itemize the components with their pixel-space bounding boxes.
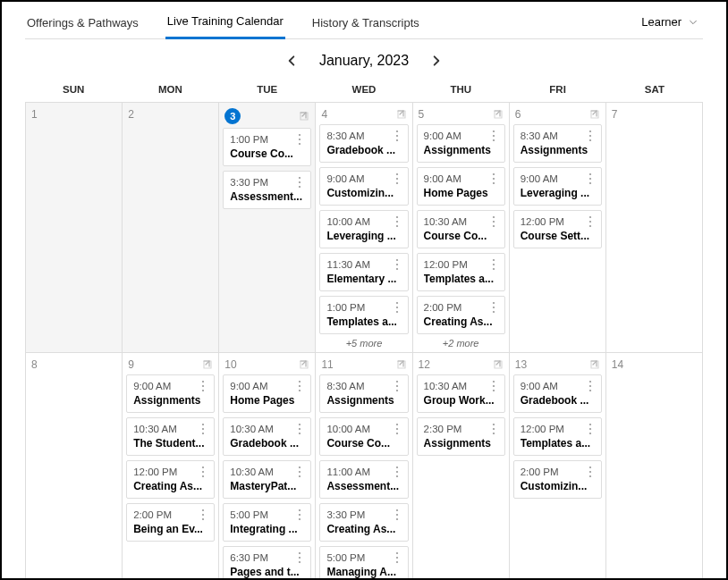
kebab-menu-icon[interactable] xyxy=(392,551,402,564)
tab-live-training-calendar[interactable]: Live Training Calendar xyxy=(165,14,285,39)
kebab-menu-icon[interactable] xyxy=(392,509,402,521)
kebab-menu-icon[interactable] xyxy=(294,466,305,478)
calendar-event[interactable]: 3:30 PMAssessment... xyxy=(223,171,311,209)
kebab-menu-icon[interactable] xyxy=(488,215,499,228)
more-events-link[interactable]: +2 more xyxy=(417,338,505,349)
calendar-event[interactable]: 1:00 PMCourse Co... xyxy=(223,128,311,166)
svg-point-87 xyxy=(493,381,495,382)
calendar-event[interactable]: 5:00 PMIntegrating ... xyxy=(223,503,311,542)
kebab-menu-icon[interactable] xyxy=(392,172,402,185)
calendar-event[interactable]: 10:30 AMCourse Co... xyxy=(417,210,505,248)
calendar-event[interactable]: 12:00 PMCourse Sett... xyxy=(513,210,602,248)
svg-point-83 xyxy=(395,518,397,520)
kebab-menu-icon[interactable] xyxy=(488,423,499,435)
day-detail-icon[interactable] xyxy=(493,359,504,370)
calendar-event[interactable]: 6:30 PMPages and t... xyxy=(223,546,311,580)
calendar-event[interactable]: 12:00 PMCreating As... xyxy=(126,460,215,499)
tab-history-transcripts[interactable]: History & Transcripts xyxy=(310,16,421,38)
kebab-menu-icon[interactable] xyxy=(488,301,499,314)
calendar-event[interactable]: 9:00 AMHome Pages xyxy=(417,167,505,206)
day-detail-icon[interactable] xyxy=(396,359,407,370)
tab-offerings[interactable]: Offerings & Pathways xyxy=(25,16,140,38)
kebab-menu-icon[interactable] xyxy=(392,130,402,142)
svg-point-9 xyxy=(395,173,397,175)
event-name: Gradebook ... xyxy=(326,144,402,156)
calendar-event[interactable]: 2:00 PMCreating As... xyxy=(417,296,505,334)
calendar-event[interactable]: 12:00 PMTemplates a... xyxy=(513,417,602,456)
kebab-menu-icon[interactable] xyxy=(585,130,596,142)
kebab-menu-icon[interactable] xyxy=(294,133,305,146)
day-detail-icon[interactable] xyxy=(589,359,600,370)
kebab-menu-icon[interactable] xyxy=(392,423,402,435)
kebab-menu-icon[interactable] xyxy=(392,215,402,228)
calendar-event[interactable]: 9:00 AMCustomizin... xyxy=(319,167,408,206)
day-number: 14 xyxy=(612,358,623,371)
kebab-menu-icon[interactable] xyxy=(198,509,208,521)
calendar-event[interactable]: 8:30 AMGradebook ... xyxy=(319,124,408,163)
next-month-button[interactable] xyxy=(428,53,444,69)
day-detail-icon[interactable] xyxy=(202,359,213,370)
day-detail-icon[interactable] xyxy=(493,109,504,120)
kebab-menu-icon[interactable] xyxy=(294,509,305,521)
calendar-event[interactable]: 2:00 PMBeing an Ev... xyxy=(126,503,215,542)
calendar-event[interactable]: 10:30 AMMasteryPat... xyxy=(223,460,311,499)
calendar-event[interactable]: 10:30 AMGradebook ... xyxy=(223,417,311,456)
calendar-event[interactable]: 10:30 AMThe Student... xyxy=(126,417,215,456)
kebab-menu-icon[interactable] xyxy=(488,130,499,142)
kebab-menu-icon[interactable] xyxy=(294,423,305,435)
event-name: Gradebook ... xyxy=(521,394,596,407)
calendar-event[interactable]: 11:30 AMElementary ... xyxy=(319,253,408,291)
prev-month-button[interactable] xyxy=(284,53,300,69)
calendar-event[interactable]: 9:00 AMHome Pages xyxy=(223,374,311,413)
kebab-menu-icon[interactable] xyxy=(294,176,305,189)
kebab-menu-icon[interactable] xyxy=(585,423,596,435)
day-detail-icon[interactable] xyxy=(396,109,407,120)
calendar-event[interactable]: 3:30 PMCreating As... xyxy=(319,503,408,542)
kebab-menu-icon[interactable] xyxy=(488,380,499,392)
more-events-link[interactable]: +5 more xyxy=(319,338,408,349)
kebab-menu-icon[interactable] xyxy=(488,172,499,185)
kebab-menu-icon[interactable] xyxy=(294,551,305,564)
day-detail-icon[interactable] xyxy=(589,109,600,120)
kebab-menu-icon[interactable] xyxy=(294,380,305,392)
calendar-event[interactable]: 11:00 AMAssessment... xyxy=(319,460,408,499)
calendar-event[interactable]: 10:00 AMLeveraging ... xyxy=(319,210,408,248)
kebab-menu-icon[interactable] xyxy=(585,215,596,228)
kebab-menu-icon[interactable] xyxy=(198,380,208,392)
svg-point-61 xyxy=(299,428,301,430)
event-time: 2:00 PM xyxy=(133,509,172,520)
svg-point-66 xyxy=(299,509,301,511)
calendar-event[interactable]: 10:30 AMGroup Work... xyxy=(417,374,505,413)
kebab-menu-icon[interactable] xyxy=(392,466,402,478)
svg-point-40 xyxy=(589,178,591,180)
calendar-event[interactable]: 12:00 PMTemplates a... xyxy=(417,253,505,291)
calendar-event[interactable]: 9:00 AMAssignments xyxy=(126,374,215,413)
calendar-event[interactable]: 8:30 AMAssignments xyxy=(513,124,602,163)
kebab-menu-icon[interactable] xyxy=(585,466,596,478)
calendar-event[interactable]: 2:00 PMCustomizin... xyxy=(513,460,602,499)
svg-point-81 xyxy=(395,509,397,511)
kebab-menu-icon[interactable] xyxy=(585,172,596,185)
calendar-event[interactable]: 9:00 AMLeveraging ... xyxy=(513,167,602,206)
event-name: Course Co... xyxy=(424,230,499,242)
calendar-event[interactable]: 10:00 AMCourse Co... xyxy=(319,417,408,456)
kebab-menu-icon[interactable] xyxy=(198,423,208,435)
day-detail-icon[interactable] xyxy=(299,111,309,122)
event-name: Creating As... xyxy=(326,523,402,535)
calendar-event[interactable]: 5:00 PMManaging A... xyxy=(319,546,408,580)
calendar-event[interactable]: 1:00 PMTemplates a... xyxy=(319,296,408,334)
kebab-menu-icon[interactable] xyxy=(585,380,596,392)
kebab-menu-icon[interactable] xyxy=(392,380,402,392)
kebab-menu-icon[interactable] xyxy=(392,301,402,314)
kebab-menu-icon[interactable] xyxy=(392,258,402,271)
day-number: 9 xyxy=(128,358,134,371)
learner-role-dropdown[interactable]: Learner xyxy=(641,15,703,29)
calendar-event[interactable]: 8:30 AMAssignments xyxy=(319,374,408,413)
kebab-menu-icon[interactable] xyxy=(198,466,208,478)
calendar-event[interactable]: 9:00 AMGradebook ... xyxy=(513,374,602,413)
day-detail-icon[interactable] xyxy=(299,359,309,370)
kebab-menu-icon[interactable] xyxy=(488,258,499,271)
svg-point-46 xyxy=(202,385,204,387)
calendar-event[interactable]: 9:00 AMAssignments xyxy=(417,124,505,163)
calendar-event[interactable]: 2:30 PMAssignments xyxy=(417,417,505,456)
